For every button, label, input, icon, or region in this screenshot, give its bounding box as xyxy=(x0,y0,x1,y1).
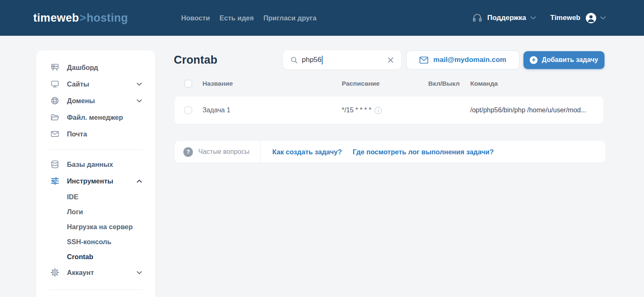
column-header-name: Название xyxy=(202,80,342,87)
toggle-knob xyxy=(428,108,434,114)
search-icon xyxy=(290,56,298,64)
task-schedule: */15 * * * * i xyxy=(342,106,428,114)
add-task-button[interactable]: + Добавить задачу xyxy=(523,51,605,69)
faq-bar: ? Частые вопросы Как создать задачу? Где… xyxy=(175,141,605,163)
page-title: Crontab xyxy=(174,54,217,67)
chevron-down-icon xyxy=(136,99,142,103)
column-header-command: Команда xyxy=(470,80,603,87)
dashboard-icon xyxy=(50,62,60,72)
envelope-icon xyxy=(419,57,428,64)
select-all-checkbox[interactable] xyxy=(185,80,192,87)
logo-product-text: hosting xyxy=(86,12,128,24)
folder-icon xyxy=(50,112,60,122)
sidebar-subitem-label: SSH-консоль xyxy=(67,238,111,246)
faq-links: Как создать задачу? Где посмотреть лог в… xyxy=(272,148,494,156)
chevron-down-icon xyxy=(136,82,142,86)
sidebar-item-dashboard[interactable]: Дашборд xyxy=(36,59,155,76)
headphones-icon xyxy=(472,12,483,23)
search-input[interactable]: php56 xyxy=(283,50,401,69)
nav-item-idea[interactable]: Есть идея xyxy=(220,14,254,22)
account-chevron-down-icon xyxy=(600,16,606,20)
account-menu[interactable]: Timeweb xyxy=(550,13,606,23)
logo-separator: > xyxy=(79,12,86,24)
sidebar-item-label: Инструменты xyxy=(67,177,113,185)
info-icon[interactable]: i xyxy=(375,107,382,114)
logo-brand-text: timeweb xyxy=(33,12,79,24)
clear-search-icon[interactable] xyxy=(387,57,394,63)
sidebar: Дашборд Сайты Домены xyxy=(36,50,155,297)
task-name: Задача 1 xyxy=(202,106,342,114)
sidebar-item-domains[interactable]: Домены xyxy=(36,92,155,109)
sidebar-subitem-label: Нагрузка на сервер xyxy=(67,223,133,231)
search-value: php56 xyxy=(302,56,321,64)
crontab-page: timeweb>hosting Новости Есть идея Пригла… xyxy=(0,0,644,297)
nav-item-news[interactable]: Новости xyxy=(181,14,210,22)
schedule-value: */15 * * * * xyxy=(342,106,371,114)
topnav-right: Поддержка Timeweb xyxy=(472,12,606,23)
topnav-links: Новости Есть идея Пригласи друга xyxy=(181,14,316,22)
sidebar-item-file-manager[interactable]: Файл. менеджер xyxy=(36,109,155,126)
sidebar-subitem-logs[interactable]: Логи xyxy=(36,204,155,219)
gear-icon xyxy=(50,267,60,277)
table-header: Название Расписание Вкл/Выкл Команда xyxy=(175,77,603,91)
text-caret xyxy=(322,56,323,64)
page-toolbar: Crontab php56 xyxy=(174,50,605,69)
database-icon xyxy=(50,159,60,169)
task-command: /opt/php56/bin/php /home/u/user/mod... xyxy=(470,106,603,114)
sidebar-item-sites[interactable]: Сайты xyxy=(36,76,155,92)
add-button-label: Добавить задачу xyxy=(542,56,598,64)
sidebar-item-label: Сайты xyxy=(67,80,89,88)
sidebar-item-label: Дашборд xyxy=(67,64,98,72)
globe-icon xyxy=(50,96,60,106)
sidebar-item-label: Базы данных xyxy=(67,161,113,168)
sidebar-item-tools[interactable]: Инструменты xyxy=(36,173,155,189)
top-navigation-bar: timeweb>hosting Новости Есть идея Пригла… xyxy=(0,0,644,36)
sliders-icon xyxy=(50,176,60,186)
sidebar-subitem-label: Crontab xyxy=(67,253,93,261)
main-content: Crontab php56 xyxy=(174,50,605,163)
account-name: Timeweb xyxy=(550,14,580,22)
sidebar-subitem-label: Логи xyxy=(67,208,83,216)
sidebar-divider xyxy=(49,149,142,150)
sidebar-divider xyxy=(49,290,142,290)
timeweb-logo[interactable]: timeweb>hosting xyxy=(33,12,128,25)
nav-item-invite-friend[interactable]: Пригласи друга xyxy=(263,14,316,22)
faq-left-section: ? Частые вопросы xyxy=(175,141,261,163)
task-toggle-cell xyxy=(428,106,470,114)
sidebar-item-mail[interactable]: Почта xyxy=(36,126,155,142)
sidebar-item-databases[interactable]: Базы данных xyxy=(36,156,155,173)
sidebar-subitem-label: IDE xyxy=(67,193,79,201)
row-checkbox[interactable] xyxy=(185,106,192,114)
support-menu[interactable]: Поддержка xyxy=(487,14,526,22)
mail-notification-button[interactable]: mail@mydomain.com xyxy=(406,50,520,69)
chevron-up-icon xyxy=(136,179,142,183)
mail-icon xyxy=(50,129,60,139)
mail-button-label: mail@mydomain.com xyxy=(433,56,506,64)
sidebar-subitem-ssh-console[interactable]: SSH-консоль xyxy=(36,234,155,249)
sidebar-item-label: Почта xyxy=(67,130,87,138)
column-header-toggle: Вкл/Выкл xyxy=(428,80,470,87)
faq-label: Частые вопросы xyxy=(198,148,249,156)
faq-link-how-create-task[interactable]: Как создать задачу? xyxy=(272,148,342,156)
faq-link-where-see-log[interactable]: Где посмотреть лог выполнения задачи? xyxy=(353,148,493,156)
avatar xyxy=(586,13,596,23)
question-icon: ? xyxy=(183,147,193,157)
table-row: Задача 1 */15 * * * * i /opt/php56/bin/p… xyxy=(175,97,603,124)
sidebar-subitem-ide[interactable]: IDE xyxy=(36,189,155,204)
support-chevron-down-icon[interactable] xyxy=(530,16,536,20)
sidebar-item-label: Аккаунт xyxy=(67,269,94,277)
sidebar-item-label: Домены xyxy=(67,97,95,105)
sidebar-item-label: Файл. менеджер xyxy=(67,114,123,121)
sidebar-item-account[interactable]: Аккаунт xyxy=(36,264,155,281)
chevron-down-icon xyxy=(136,271,142,275)
plus-icon: + xyxy=(530,56,538,64)
monitor-icon xyxy=(50,79,60,89)
sidebar-subitem-crontab[interactable]: Crontab xyxy=(36,249,155,264)
sidebar-subitem-server-load[interactable]: Нагрузка на сервер xyxy=(36,219,155,234)
column-header-schedule: Расписание xyxy=(342,80,428,87)
